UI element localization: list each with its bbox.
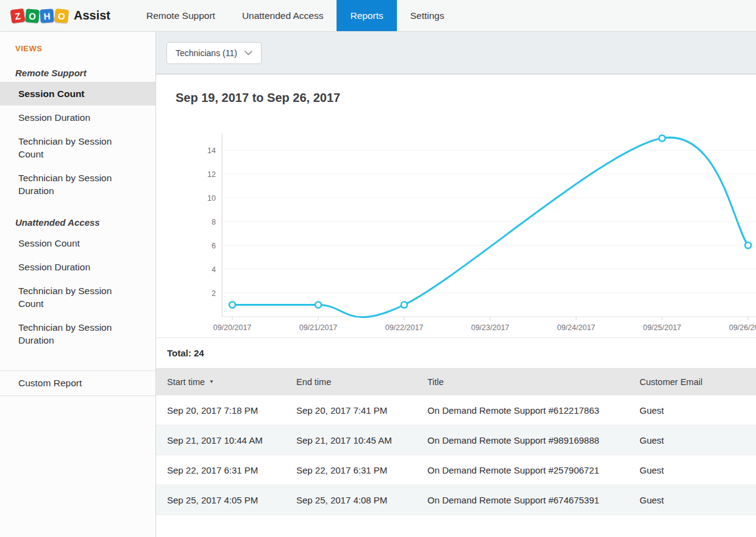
table-row: Sep 22, 2017 6:31 PMSep 22, 2017 6:31 PM… [156,455,756,485]
views-heading: VIEWS [0,32,155,53]
x-axis-tick-label: 09/26/2017 [729,323,756,332]
column-label: End time [296,377,331,387]
cell-title: On Demand Remote Support #612217863 [427,405,640,416]
nav-tab-settings[interactable]: Settings [397,0,458,31]
technicians-filter-label: Technicians (11) [176,48,237,58]
nav-tab-reports[interactable]: Reports [337,0,396,31]
column-label: Start time [167,377,205,387]
cell-customer-email: Guest [640,495,756,505]
session-count-line-chart: 246810121409/20/201709/21/201709/22/2017… [156,124,756,337]
sessions-table: Start time▼End timeTitleCustomer EmailSe… [156,368,756,515]
column-header-title[interactable]: Title [427,377,640,387]
sidebar-item-remote-support-technician-by-session-duration[interactable]: Technician by Session Duration [0,166,155,203]
data-point-marker[interactable] [401,302,407,308]
column-header-customer-email[interactable]: Customer Email [640,377,756,387]
x-axis-tick-label: 09/21/2017 [299,323,338,332]
logo-tile-z: Z [10,8,26,23]
y-axis-tick-label: 8 [212,218,216,226]
sidebar-item-custom-report[interactable]: Custom Report [0,370,155,396]
cell-customer-email: Guest [640,405,756,416]
cell-end-time: Sep 20, 2017 7:41 PM [296,405,427,416]
sidebar-item-remote-support-technician-by-session-count[interactable]: Technician by Session Count [0,129,155,166]
cell-end-time: Sep 25, 2017 4:08 PM [296,495,427,505]
cell-title: On Demand Remote Support #257906721 [427,465,640,475]
chevron-down-icon [244,51,252,56]
cell-customer-email: Guest [640,465,756,475]
report-content: Sep 19, 2017 to Sep 26, 2017 24681012140… [156,74,756,537]
x-axis-tick-label: 09/25/2017 [643,323,682,332]
filter-toolbar: Technicians (11) [156,32,756,74]
cell-end-time: Sep 21, 2017 10:45 AM [296,435,427,445]
sidebar-item-unattended-access-session-count[interactable]: Session Count [0,231,155,255]
y-axis-tick-label: 12 [207,170,216,179]
custom-report-label: Custom Report [18,378,82,388]
cell-title: On Demand Remote Support #674675391 [427,495,640,505]
column-label: Title [427,377,444,387]
data-point-marker[interactable] [315,302,321,308]
series-line [232,137,748,317]
x-axis-tick-label: 09/24/2017 [557,323,596,332]
product-name: Assist [74,9,110,23]
x-axis-tick-label: 09/22/2017 [385,323,424,332]
logo-tile-o: O [54,8,69,23]
table-row: Sep 25, 2017 4:05 PMSep 25, 2017 4:08 PM… [156,485,756,515]
nav-tab-remote-support[interactable]: Remote Support [133,0,229,31]
logo-tile-o: O [25,9,40,23]
nav-tab-unattended-access[interactable]: Unattended Access [229,0,337,31]
sidebar-section-unattended-access: Unattended Access [0,217,155,228]
top-nav-bar: ZOHO Assist Remote SupportUnattended Acc… [0,0,756,32]
cell-start-time: Sep 25, 2017 4:05 PM [167,495,296,505]
cell-end-time: Sep 22, 2017 6:31 PM [296,465,427,475]
y-axis-tick-label: 4 [212,265,216,274]
y-axis-tick-label: 14 [207,146,216,155]
app-window: ZOHO Assist Remote SupportUnattended Acc… [0,0,756,537]
cell-start-time: Sep 21, 2017 10:44 AM [167,435,296,445]
y-axis-tick-label: 2 [212,289,216,298]
column-label: Customer Email [640,377,702,387]
x-axis-tick-label: 09/20/2017 [213,323,252,332]
table-row: Sep 21, 2017 10:44 AMSep 21, 2017 10:45 … [156,425,756,455]
line-chart-svg: 246810121409/20/201709/21/201709/22/2017… [156,124,756,337]
logo-tile-h: H [40,9,54,23]
cell-title: On Demand Remote Support #989169888 [427,435,640,445]
sidebar-item-remote-support-session-duration[interactable]: Session Duration [0,106,155,129]
cell-start-time: Sep 22, 2017 6:31 PM [167,465,296,475]
sidebar-item-unattended-access-technician-by-session-count[interactable]: Technician by Session Count [0,279,155,315]
zoho-logo-icon: ZOHO [11,9,68,23]
table-header-row: Start time▼End timeTitleCustomer Email [156,368,756,395]
main-panel: Technicians (11) Sep 19, 2017 to Sep 26,… [156,32,756,537]
zoho-assist-logo[interactable]: ZOHO Assist [0,0,133,31]
data-point-marker[interactable] [229,302,235,308]
technicians-filter-dropdown[interactable]: Technicians (11) [166,42,262,64]
sort-desc-icon: ▼ [209,379,214,384]
y-axis-tick-label: 10 [207,194,216,203]
total-count: Total: 24 [167,348,204,358]
table-row: Sep 20, 2017 7:18 PMSep 20, 2017 7:41 PM… [156,395,756,425]
sidebar-item-unattended-access-session-duration[interactable]: Session Duration [0,255,155,279]
data-point-marker[interactable] [659,135,665,142]
column-header-end-time[interactable]: End time [296,377,427,387]
cell-customer-email: Guest [640,435,756,445]
y-axis-tick-label: 6 [212,242,216,250]
sidebar-section-remote-support: Remote Support [0,68,155,78]
primary-nav-tabs: Remote SupportUnattended AccessReportsSe… [133,0,458,31]
sidebar: VIEWS Remote SupportSession CountSession… [0,32,156,537]
total-bar: Total: 24 [156,337,756,368]
date-range-title: Sep 19, 2017 to Sep 26, 2017 [176,91,756,105]
column-header-start-time[interactable]: Start time▼ [167,377,296,387]
data-point-marker[interactable] [745,242,751,248]
sidebar-item-unattended-access-technician-by-session-duration[interactable]: Technician by Session Duration [0,315,155,352]
sidebar-item-remote-support-session-count[interactable]: Session Count [0,82,155,106]
x-axis-tick-label: 09/23/2017 [471,323,510,332]
cell-start-time: Sep 20, 2017 7:18 PM [167,405,296,416]
